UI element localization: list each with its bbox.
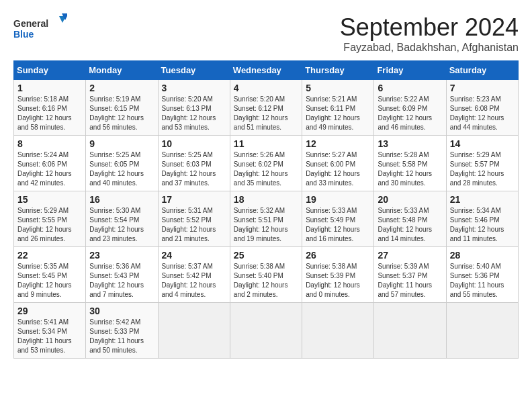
calendar-cell: 6Sunrise: 5:22 AMSunset: 6:09 PMDaylight… — [374, 80, 446, 136]
day-info: Sunrise: 5:28 AMSunset: 5:58 PMDaylight:… — [378, 151, 432, 187]
calendar-cell: 20Sunrise: 5:33 AMSunset: 5:48 PMDayligh… — [374, 191, 446, 247]
day-number: 8 — [17, 138, 82, 149]
day-info: Sunrise: 5:21 AMSunset: 6:11 PMDaylight:… — [306, 95, 360, 131]
calendar-cell — [302, 303, 374, 359]
day-number: 23 — [89, 250, 154, 261]
day-info: Sunrise: 5:20 AMSunset: 6:13 PMDaylight:… — [162, 95, 216, 131]
day-info: Sunrise: 5:25 AMSunset: 6:03 PMDaylight:… — [162, 151, 216, 187]
day-info: Sunrise: 5:31 AMSunset: 5:52 PMDaylight:… — [162, 207, 216, 242]
calendar-cell: 19Sunrise: 5:33 AMSunset: 5:49 PMDayligh… — [302, 191, 374, 247]
day-number: 18 — [234, 194, 298, 205]
day-number: 20 — [378, 194, 442, 205]
calendar-cell: 25Sunrise: 5:38 AMSunset: 5:40 PMDayligh… — [230, 247, 302, 303]
day-info: Sunrise: 5:37 AMSunset: 5:42 PMDaylight:… — [162, 263, 216, 298]
svg-text:Blue: Blue — [13, 29, 34, 40]
calendar-cell: 13Sunrise: 5:28 AMSunset: 5:58 PMDayligh… — [374, 136, 446, 191]
calendar-cell: 15Sunrise: 5:29 AMSunset: 5:55 PMDayligh… — [14, 191, 86, 247]
day-info: Sunrise: 5:33 AMSunset: 5:48 PMDaylight:… — [378, 207, 432, 242]
calendar-cell: 30Sunrise: 5:42 AMSunset: 5:33 PMDayligh… — [86, 303, 158, 359]
calendar-cell: 21Sunrise: 5:34 AMSunset: 5:46 PMDayligh… — [446, 191, 518, 247]
calendar-cell — [158, 303, 230, 359]
day-number: 16 — [89, 194, 154, 205]
calendar-cell: 11Sunrise: 5:26 AMSunset: 6:02 PMDayligh… — [230, 136, 302, 191]
day-number: 22 — [17, 250, 82, 261]
calendar-cell — [446, 303, 518, 359]
dow-header-monday: Monday — [86, 61, 158, 80]
calendar-cell: 18Sunrise: 5:32 AMSunset: 5:51 PMDayligh… — [230, 191, 302, 247]
day-info: Sunrise: 5:23 AMSunset: 6:08 PMDaylight:… — [450, 95, 504, 131]
day-info: Sunrise: 5:38 AMSunset: 5:39 PMDaylight:… — [306, 263, 360, 298]
dow-header-wednesday: Wednesday — [230, 61, 302, 80]
day-info: Sunrise: 5:20 AMSunset: 6:12 PMDaylight:… — [234, 95, 288, 131]
calendar-cell: 23Sunrise: 5:36 AMSunset: 5:43 PMDayligh… — [86, 247, 158, 303]
day-info: Sunrise: 5:39 AMSunset: 5:37 PMDaylight:… — [378, 263, 432, 298]
day-number: 10 — [162, 138, 226, 149]
day-number: 26 — [306, 250, 370, 261]
calendar-cell: 24Sunrise: 5:37 AMSunset: 5:42 PMDayligh… — [158, 247, 230, 303]
logo: General Blue — [13, 13, 67, 44]
day-info: Sunrise: 5:22 AMSunset: 6:09 PMDaylight:… — [378, 95, 432, 131]
day-number: 15 — [17, 194, 82, 205]
calendar-cell: 4Sunrise: 5:20 AMSunset: 6:12 PMDaylight… — [230, 80, 302, 136]
day-number: 19 — [306, 194, 370, 205]
calendar-cell: 5Sunrise: 5:21 AMSunset: 6:11 PMDaylight… — [302, 80, 374, 136]
svg-text:General: General — [13, 18, 48, 29]
calendar-cell: 17Sunrise: 5:31 AMSunset: 5:52 PMDayligh… — [158, 191, 230, 247]
calendar-cell: 8Sunrise: 5:24 AMSunset: 6:06 PMDaylight… — [14, 136, 86, 191]
day-info: Sunrise: 5:35 AMSunset: 5:45 PMDaylight:… — [17, 263, 72, 298]
day-number: 21 — [450, 194, 515, 205]
dow-header-tuesday: Tuesday — [158, 61, 230, 80]
dow-header-friday: Friday — [374, 61, 446, 80]
calendar-cell: 12Sunrise: 5:27 AMSunset: 6:00 PMDayligh… — [302, 136, 374, 191]
day-number: 25 — [234, 250, 298, 261]
day-number: 14 — [450, 138, 515, 149]
month-title: September 2024 — [340, 13, 519, 42]
day-number: 3 — [162, 83, 226, 93]
dow-header-thursday: Thursday — [302, 61, 374, 80]
calendar-cell — [374, 303, 446, 359]
day-info: Sunrise: 5:29 AMSunset: 5:55 PMDaylight:… — [17, 207, 72, 242]
day-number: 28 — [450, 250, 515, 261]
dow-header-sunday: Sunday — [14, 61, 86, 80]
day-number: 17 — [162, 194, 226, 205]
day-info: Sunrise: 5:29 AMSunset: 5:57 PMDaylight:… — [450, 151, 504, 187]
day-number: 9 — [89, 138, 154, 149]
day-number: 4 — [234, 83, 298, 93]
location-subtitle: Fayzabad, Badakhshan, Afghanistan — [340, 42, 519, 54]
day-info: Sunrise: 5:41 AMSunset: 5:34 PMDaylight:… — [17, 318, 72, 354]
calendar-cell: 26Sunrise: 5:38 AMSunset: 5:39 PMDayligh… — [302, 247, 374, 303]
day-number: 6 — [378, 83, 442, 93]
day-number: 30 — [89, 306, 154, 316]
day-info: Sunrise: 5:26 AMSunset: 6:02 PMDaylight:… — [234, 151, 288, 187]
day-info: Sunrise: 5:40 AMSunset: 5:36 PMDaylight:… — [450, 263, 504, 298]
calendar-cell: 14Sunrise: 5:29 AMSunset: 5:57 PMDayligh… — [446, 136, 518, 191]
day-number: 29 — [17, 306, 82, 316]
dow-header-saturday: Saturday — [446, 61, 518, 80]
calendar-cell: 16Sunrise: 5:30 AMSunset: 5:54 PMDayligh… — [86, 191, 158, 247]
day-info: Sunrise: 5:30 AMSunset: 5:54 PMDaylight:… — [89, 207, 144, 242]
day-number: 13 — [378, 138, 442, 149]
day-info: Sunrise: 5:38 AMSunset: 5:40 PMDaylight:… — [234, 263, 288, 298]
calendar-cell: 29Sunrise: 5:41 AMSunset: 5:34 PMDayligh… — [14, 303, 86, 359]
day-number: 2 — [89, 83, 154, 93]
day-info: Sunrise: 5:34 AMSunset: 5:46 PMDaylight:… — [450, 207, 504, 242]
day-number: 12 — [306, 138, 370, 149]
day-info: Sunrise: 5:18 AMSunset: 6:16 PMDaylight:… — [17, 95, 72, 131]
day-number: 27 — [378, 250, 442, 261]
day-info: Sunrise: 5:27 AMSunset: 6:00 PMDaylight:… — [306, 151, 360, 187]
calendar-cell: 2Sunrise: 5:19 AMSunset: 6:15 PMDaylight… — [86, 80, 158, 136]
calendar-cell: 3Sunrise: 5:20 AMSunset: 6:13 PMDaylight… — [158, 80, 230, 136]
day-info: Sunrise: 5:24 AMSunset: 6:06 PMDaylight:… — [17, 151, 72, 187]
calendar-cell: 27Sunrise: 5:39 AMSunset: 5:37 PMDayligh… — [374, 247, 446, 303]
day-number: 11 — [234, 138, 298, 149]
day-info: Sunrise: 5:42 AMSunset: 5:33 PMDaylight:… — [89, 318, 144, 354]
calendar-cell: 22Sunrise: 5:35 AMSunset: 5:45 PMDayligh… — [14, 247, 86, 303]
day-info: Sunrise: 5:33 AMSunset: 5:49 PMDaylight:… — [306, 207, 360, 242]
calendar-cell: 1Sunrise: 5:18 AMSunset: 6:16 PMDaylight… — [14, 80, 86, 136]
day-number: 5 — [306, 83, 370, 93]
calendar-cell: 10Sunrise: 5:25 AMSunset: 6:03 PMDayligh… — [158, 136, 230, 191]
calendar-cell — [230, 303, 302, 359]
day-info: Sunrise: 5:32 AMSunset: 5:51 PMDaylight:… — [234, 207, 288, 242]
day-info: Sunrise: 5:25 AMSunset: 6:05 PMDaylight:… — [89, 151, 144, 187]
day-info: Sunrise: 5:19 AMSunset: 6:15 PMDaylight:… — [89, 95, 144, 131]
